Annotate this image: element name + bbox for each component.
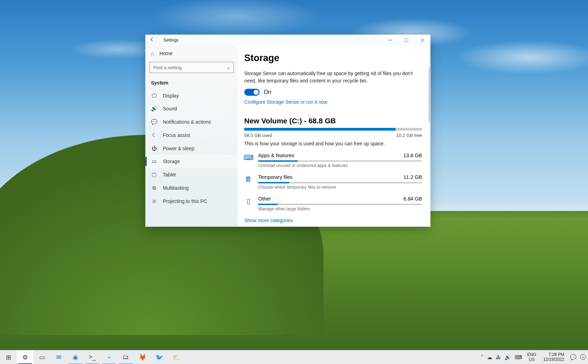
multitasking-icon: ⧉: [151, 185, 157, 191]
maximize-button[interactable]: [398, 35, 414, 46]
nav-group-heading: System: [145, 75, 238, 89]
start-button[interactable]: ⊞: [0, 350, 17, 364]
notifications-icon: 💬: [151, 119, 157, 125]
file-explorer[interactable]: 🗂: [117, 350, 134, 364]
nav-item-notifications-actions[interactable]: 💬Notifications & actions: [145, 115, 238, 129]
tray-volume-icon[interactable]: 🔊: [504, 354, 511, 361]
focus-icon: ☾: [151, 132, 157, 138]
search-placeholder: Find a setting: [153, 65, 182, 70]
nav-item-projecting-to-this-pc[interactable]: ⎚Projecting to this PC: [145, 195, 238, 208]
tray-language[interactable]: ENG US: [526, 352, 538, 362]
nav-label: Sound: [163, 106, 177, 111]
tablet-icon: ▢: [151, 172, 157, 178]
configure-storage-sense-link[interactable]: Configure Storage Sense or run it now: [244, 99, 422, 105]
tray-onedrive-icon[interactable]: ☁: [487, 354, 492, 361]
nav-label: Focus assist: [163, 132, 190, 138]
storage-category-apps-features[interactable]: ⌨Apps & features13.8 GBUninstall unused …: [244, 153, 422, 168]
projecting-icon: ⎚: [151, 198, 157, 204]
mail-app[interactable]: ✉: [50, 350, 67, 364]
nav-label: Multitasking: [163, 185, 189, 191]
category-name: Apps & features: [258, 153, 294, 158]
volume-heading: New Volume (C:) - 68.8 GB: [244, 117, 422, 125]
nav-label: Power & sleep: [163, 146, 194, 151]
search-icon: ⌕: [227, 65, 230, 70]
category-bar: [258, 204, 422, 205]
category-tip: Uninstall unused or undesired apps & fea…: [258, 163, 422, 168]
free-label: 10.2 GB free: [396, 133, 422, 138]
tray-notifications-icon[interactable]: 💬: [570, 354, 576, 361]
storage-sense-toggle[interactable]: [244, 89, 260, 96]
display-icon: 🖵: [151, 93, 157, 99]
tray-accessibility-icon[interactable]: ⓘ: [580, 353, 586, 361]
tray-keyboard-icon[interactable]: ⌨: [515, 354, 522, 361]
task-view[interactable]: ▭: [34, 350, 50, 364]
close-button[interactable]: [414, 35, 430, 46]
search-input[interactable]: Find a setting ⌕: [150, 62, 234, 73]
used-label: 58.5 GB used: [244, 133, 272, 138]
settings-content: Storage Storage Sense can automatically …: [238, 46, 430, 227]
category-size: 6.84 GB: [404, 196, 422, 202]
volume-usage-bar: [244, 128, 422, 131]
taskbar: ⊞⚙▭✉◉>_⌁🗂🦊🐦⛅ ˄ ☁ 🖧 🔊 ⌨ ENG US 7:28 PM 12…: [0, 350, 588, 364]
settings-app[interactable]: ⚙: [17, 350, 34, 364]
nav-item-multitasking[interactable]: ⧉Multitasking: [145, 181, 238, 195]
back-button[interactable]: [150, 37, 161, 43]
svg-rect-1: [405, 38, 408, 42]
settings-window: Settings ⌂ Home Find a setting ⌕ System …: [145, 35, 430, 227]
trash-icon: 🗑: [244, 175, 253, 183]
nav-item-focus-assist[interactable]: ☾Focus assist: [145, 129, 238, 142]
tray-clock[interactable]: 7:28 PM 12/19/2022: [541, 352, 566, 362]
category-size: 13.8 GB: [404, 153, 422, 158]
edge-browser[interactable]: ◉: [67, 350, 84, 364]
nav-item-tablet[interactable]: ▢Tablet: [145, 168, 238, 181]
show-more-categories-link[interactable]: Show more categories: [244, 218, 422, 223]
page-title: Storage: [244, 53, 422, 64]
window-title: Settings: [164, 38, 179, 43]
settings-sidebar: ⌂ Home Find a setting ⌕ System 🖵Display🔊…: [145, 46, 238, 227]
category-tip: Manage other large folders: [258, 206, 422, 211]
toggle-state-label: On: [264, 89, 271, 95]
usage-subtitle: This is how your storage is used and how…: [244, 141, 422, 146]
firefox-browser[interactable]: 🦊: [134, 350, 151, 364]
nav-label: Tablet: [163, 172, 176, 177]
category-tip: Choose which temporary files to remove: [258, 185, 422, 190]
tray-network-icon[interactable]: 🖧: [496, 354, 501, 360]
storage-icon: ▭: [151, 158, 157, 165]
nav-item-power-sleep[interactable]: ⏻Power & sleep: [145, 142, 238, 155]
folder-icon: ▯: [244, 197, 253, 205]
home-icon: ⌂: [151, 51, 154, 56]
nav-label: Notifications & actions: [163, 119, 211, 125]
nav-item-display[interactable]: 🖵Display: [145, 89, 238, 102]
sound-icon: 🔊: [151, 105, 157, 112]
category-name: Other: [258, 196, 271, 202]
category-bar: [258, 182, 422, 183]
terminal-app[interactable]: >_: [84, 350, 101, 364]
power-icon: ⏻: [151, 145, 157, 151]
nav-label: Projecting to this PC: [163, 198, 207, 204]
tray-chevron-up-icon[interactable]: ˄: [481, 354, 484, 361]
nav-item-sound[interactable]: 🔊Sound: [145, 102, 238, 115]
category-bar: [258, 160, 422, 162]
minimize-button[interactable]: [382, 35, 398, 46]
nav-label: Display: [163, 93, 179, 99]
storage-category-temporary-files[interactable]: 🗑Temporary files11.2 GBChoose which temp…: [244, 174, 422, 190]
app-unknown-1[interactable]: 🐦: [151, 350, 168, 364]
home-label: Home: [159, 51, 172, 56]
storage-sense-description: Storage Sense can automatically free up …: [244, 70, 422, 85]
home-nav[interactable]: ⌂ Home: [145, 47, 238, 60]
category-name: Temporary files: [258, 174, 292, 180]
titlebar: Settings: [145, 35, 430, 46]
vscode-app[interactable]: ⌁: [101, 350, 117, 364]
nav-label: Storage: [163, 159, 180, 164]
storage-category-other[interactable]: ▯Other6.84 GBManage other large folders: [244, 196, 422, 211]
category-size: 11.2 GB: [404, 174, 422, 180]
app-unknown-2[interactable]: ⛅: [168, 350, 184, 364]
scrollbar[interactable]: [429, 67, 430, 123]
apps-icon: ⌨: [244, 153, 253, 162]
nav-item-storage[interactable]: ▭Storage: [145, 155, 238, 168]
system-tray: ˄ ☁ 🖧 🔊 ⌨ ENG US 7:28 PM 12/19/2022 💬 ⓘ: [479, 350, 588, 364]
